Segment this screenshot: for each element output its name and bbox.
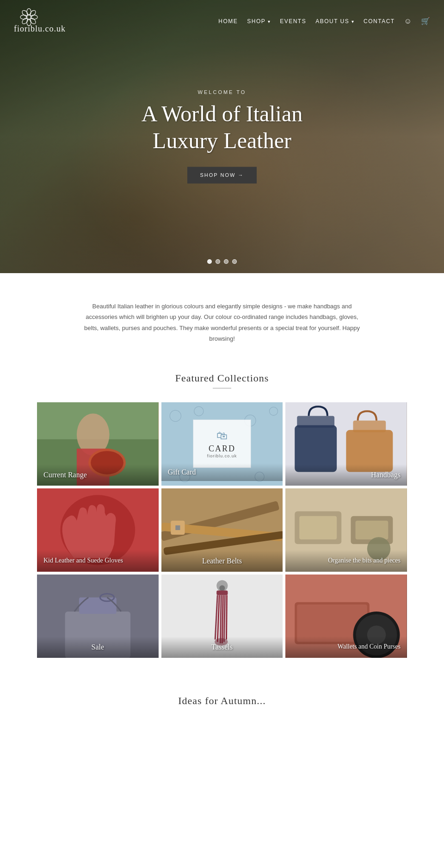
svg-rect-26 <box>353 420 386 432</box>
collection-organise[interactable]: Organise the bits and pieces <box>285 488 407 572</box>
collection-wallets[interactable]: Wallets and Coin Purses <box>285 575 407 658</box>
sale-label: Sale <box>37 637 159 658</box>
main-nav: fioriblu.co.uk HOME SHOP EVENTS ABOUT US… <box>0 0 444 42</box>
gift-card-title: CARD <box>207 444 237 454</box>
user-icon[interactable]: ☺ <box>404 17 412 25</box>
gift-card-label: Gift Card <box>161 463 283 481</box>
nav-contact[interactable]: CONTACT <box>364 18 395 25</box>
logo[interactable]: fioriblu.co.uk <box>14 8 66 34</box>
current-range-label: Current Range <box>37 464 159 486</box>
gloves-label: Kid Leather and Suede Gloves <box>37 550 159 571</box>
collection-handbags[interactable]: Handbags <box>285 402 407 486</box>
svg-line-52 <box>220 595 221 643</box>
svg-line-55 <box>226 595 227 639</box>
gift-card-brand: fioriblu.co.uk <box>207 454 237 458</box>
collection-sale[interactable]: Sale <box>37 575 159 658</box>
collection-belts[interactable]: Leather Belts <box>161 488 283 572</box>
bag-icon: 🛍 <box>207 429 237 442</box>
ideas-section: Ideas for Autumn... <box>0 676 444 716</box>
collection-gift-card[interactable]: 🛍 CARD fioriblu.co.uk Gift Card <box>161 402 283 486</box>
svg-point-6 <box>29 9 37 17</box>
featured-title: Featured Collections <box>37 372 407 384</box>
nav-about[interactable]: ABOUT US <box>315 18 354 25</box>
svg-rect-39 <box>356 520 388 539</box>
collection-gloves[interactable]: Kid Leather and Suede Gloves <box>37 488 159 572</box>
featured-section: Featured Collections Current Range <box>0 363 444 676</box>
nav-links: HOME SHOP EVENTS ABOUT US CONTACT ☺ 🛒 <box>218 17 430 25</box>
collection-current-range[interactable]: Current Range <box>37 402 159 486</box>
logo-text: fioriblu.co.uk <box>14 24 66 34</box>
hero-title: A World of Italian Luxury Leather <box>106 100 338 154</box>
svg-rect-49 <box>216 590 228 595</box>
svg-line-53 <box>222 595 223 643</box>
intro-section: Beautiful Italian leather in glorious co… <box>0 273 444 363</box>
hero-welcome-text: WELCOME TO <box>106 89 338 95</box>
hero-carousel-dots <box>207 259 237 264</box>
ideas-title: Ideas for Autumn... <box>37 695 407 707</box>
collection-tassels[interactable]: Tassels <box>161 575 283 658</box>
carousel-dot-1[interactable] <box>207 259 212 264</box>
hero-content: WELCOME TO A World of Italian Luxury Lea… <box>106 89 338 183</box>
cart-icon[interactable]: 🛒 <box>421 17 430 25</box>
nav-shop[interactable]: SHOP <box>247 18 271 25</box>
svg-point-5 <box>21 9 29 17</box>
organise-label: Organise the bits and pieces <box>285 550 407 571</box>
svg-rect-37 <box>300 516 337 539</box>
hero-cta-button[interactable]: SHOP NOW → <box>187 167 257 184</box>
carousel-dot-4[interactable] <box>232 259 237 264</box>
tassels-label: Tassels <box>161 637 283 658</box>
logo-flower-icon <box>14 8 44 26</box>
nav-home[interactable]: HOME <box>218 18 238 25</box>
nav-events[interactable]: EVENTS <box>280 18 306 25</box>
handbags-label: Handbags <box>285 464 407 486</box>
belts-label: Leather Belts <box>161 550 283 572</box>
carousel-dot-2[interactable] <box>216 259 220 264</box>
intro-text: Beautiful Italian leather in glorious co… <box>83 301 361 344</box>
svg-point-48 <box>219 585 225 591</box>
svg-line-54 <box>224 595 225 642</box>
wallets-label: Wallets and Coin Purses <box>285 636 407 657</box>
svg-rect-34 <box>175 525 180 530</box>
carousel-dot-3[interactable] <box>224 259 228 264</box>
featured-divider <box>213 388 231 388</box>
svg-rect-24 <box>297 416 335 427</box>
gift-card-box: 🛍 CARD fioriblu.co.uk <box>193 419 252 468</box>
collections-grid: Current Range <box>37 402 407 658</box>
